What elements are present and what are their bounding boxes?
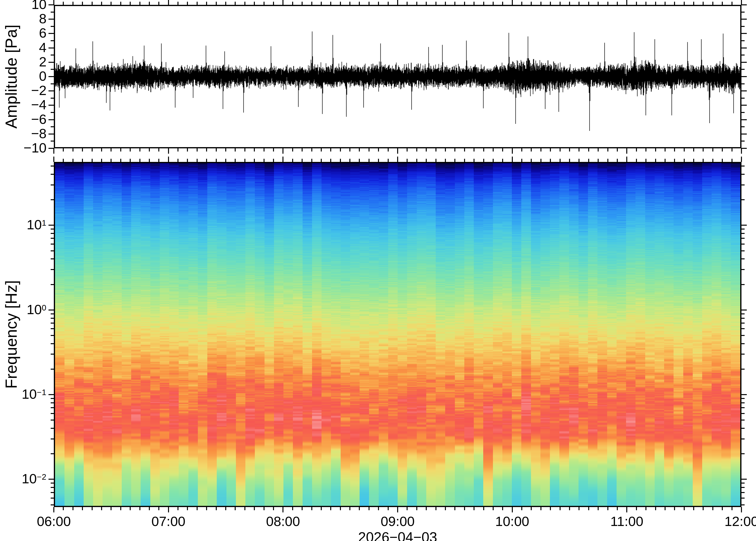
frequency-minor-tick [51, 233, 54, 234]
x-major-tick [53, 157, 54, 162]
waveform-panel [54, 5, 741, 148]
x-minor-tick [111, 159, 112, 162]
x-minor-tick [330, 507, 331, 510]
x-minor-tick [178, 507, 179, 510]
x-minor-tick [406, 159, 407, 162]
x-minor-tick [406, 2, 407, 5]
x-minor-tick [684, 148, 685, 152]
x-major-tick [626, 157, 627, 162]
x-minor-tick [703, 507, 704, 510]
x-minor-tick [435, 148, 436, 152]
x-major-tick [168, 0, 169, 5]
x-minor-tick [340, 507, 341, 510]
frequency-minor-tick [51, 407, 54, 408]
x-minor-tick [101, 507, 102, 510]
x-minor-tick [493, 507, 494, 510]
frequency-minor-tick [51, 354, 54, 354]
x-minor-tick [722, 148, 723, 152]
x-minor-tick [732, 159, 732, 162]
x-minor-tick [264, 148, 265, 152]
frequency-minor-tick [51, 487, 54, 488]
frequency-major-tick [49, 309, 54, 310]
x-minor-tick [311, 148, 312, 152]
x-minor-tick [149, 507, 150, 510]
x-minor-tick [607, 148, 608, 152]
x-minor-tick [655, 148, 656, 152]
amplitude-minor-tick [741, 40, 745, 41]
x-minor-tick [502, 507, 503, 510]
x-tick-label: 11:00 [588, 513, 666, 529]
x-minor-tick [206, 159, 207, 162]
x-minor-tick [521, 2, 522, 5]
x-minor-tick [445, 2, 446, 5]
x-minor-tick [120, 2, 121, 5]
x-minor-tick [598, 507, 599, 510]
x-minor-tick [73, 507, 73, 510]
frequency-minor-tick [51, 269, 54, 270]
frequency-minor-tick [741, 259, 745, 260]
x-minor-tick [101, 148, 102, 152]
frequency-minor-tick [741, 284, 745, 285]
frequency-minor-tick [741, 369, 745, 370]
x-minor-tick [684, 2, 685, 5]
x-minor-tick [712, 159, 713, 162]
frequency-minor-tick [741, 269, 745, 270]
x-minor-tick [369, 159, 370, 162]
x-minor-tick [206, 507, 207, 510]
frequency-minor-tick [741, 504, 745, 505]
x-minor-tick [254, 159, 255, 162]
x-minor-tick [540, 2, 541, 5]
frequency-minor-tick [51, 343, 54, 344]
x-minor-tick [245, 148, 245, 152]
x-minor-tick [197, 159, 198, 162]
amplitude-major-tick [49, 148, 54, 149]
x-minor-tick [63, 507, 64, 510]
x-minor-tick [550, 159, 551, 162]
x-minor-tick [378, 2, 379, 5]
x-minor-tick [426, 159, 427, 162]
x-major-tick [283, 507, 284, 512]
x-minor-tick [254, 2, 255, 5]
x-minor-tick [416, 2, 417, 5]
frequency-minor-tick [51, 251, 54, 252]
frequency-minor-tick [741, 313, 745, 314]
x-minor-tick [206, 2, 207, 5]
x-minor-tick [722, 159, 723, 162]
x-minor-tick [111, 2, 112, 5]
amplitude-major-tick [49, 119, 54, 120]
x-major-tick [512, 148, 513, 154]
frequency-minor-tick [741, 343, 745, 344]
x-minor-tick [464, 507, 465, 510]
amplitude-minor-tick [741, 55, 745, 56]
x-minor-tick [197, 507, 198, 510]
x-minor-tick [158, 159, 159, 162]
x-minor-tick [340, 159, 341, 162]
x-minor-tick [311, 507, 312, 510]
x-tick-label: 09:00 [359, 513, 436, 529]
x-minor-tick [464, 148, 465, 152]
x-minor-tick [197, 148, 198, 152]
x-minor-tick [350, 148, 351, 152]
amplitude-major-tick [49, 76, 54, 77]
x-minor-tick [92, 159, 93, 162]
x-minor-tick [578, 507, 579, 510]
x-minor-tick [378, 159, 379, 162]
x-minor-tick [254, 507, 255, 510]
x-minor-tick [245, 159, 245, 162]
x-minor-tick [92, 507, 93, 510]
x-minor-tick [454, 148, 455, 152]
x-minor-tick [273, 2, 274, 5]
frequency-minor-tick [741, 328, 745, 329]
x-minor-tick [225, 159, 226, 162]
x-minor-tick [722, 507, 723, 510]
x-minor-tick [388, 2, 389, 5]
x-minor-tick [245, 2, 245, 5]
x-minor-tick [684, 507, 685, 510]
frequency-minor-tick [741, 185, 745, 186]
frequency-major-tick [741, 479, 747, 480]
frequency-minor-tick [741, 322, 745, 323]
x-minor-tick [158, 507, 159, 510]
x-minor-tick [483, 2, 484, 5]
x-minor-tick [655, 159, 656, 162]
frequency-minor-tick [741, 199, 745, 200]
